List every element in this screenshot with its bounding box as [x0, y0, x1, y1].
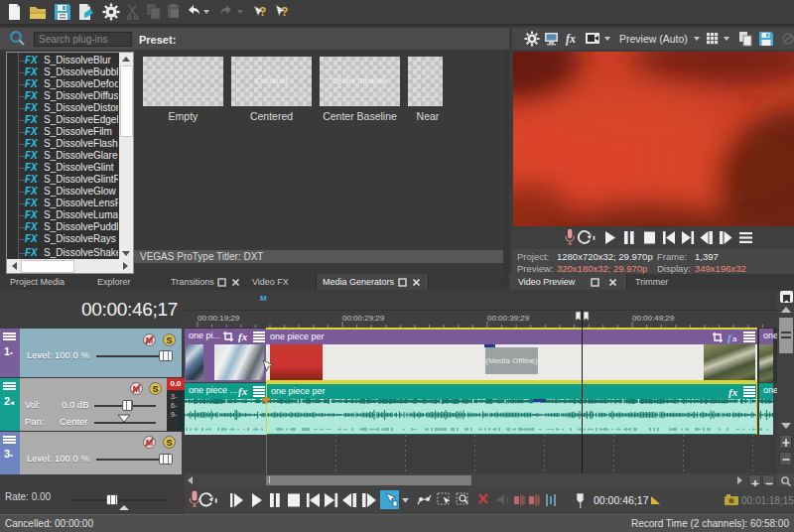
svg-text:fx: fx — [566, 32, 576, 46]
svg-text:a: a — [732, 334, 737, 343]
svg-text:?: ? — [259, 5, 266, 19]
svg-text:fx: fx — [238, 331, 248, 342]
svg-text:00:01:18;15: 00:01:18;15 — [741, 495, 794, 506]
svg-text:fx: fx — [728, 386, 738, 398]
svg-text:fx: fx — [238, 385, 248, 397]
svg-text:00:00:46;17: 00:00:46;17 — [594, 494, 649, 506]
svg-text:Preview (Auto): Preview (Auto) — [619, 33, 688, 45]
svg-text:?: ? — [281, 5, 288, 19]
